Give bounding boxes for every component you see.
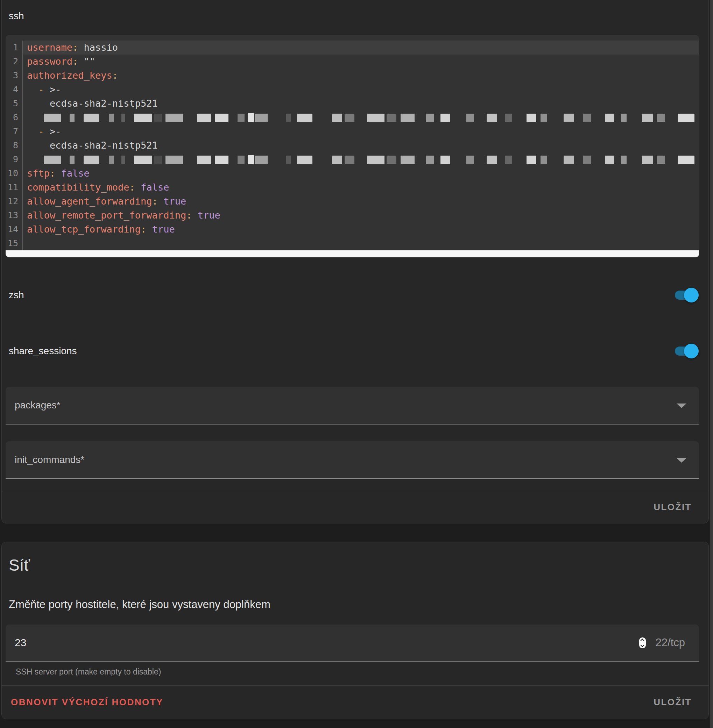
share-sessions-row: share_sessions xyxy=(2,330,709,372)
code-line: 12allow_agent_forwarding: true xyxy=(6,194,699,208)
chevron-down-icon xyxy=(677,403,686,408)
redacted-ssh-key xyxy=(44,113,699,122)
share-sessions-toggle[interactable] xyxy=(675,347,698,356)
line-number: 15 xyxy=(6,237,23,250)
code-content: allow_remote_port_forwarding: true xyxy=(23,208,699,222)
line-number: 13 xyxy=(6,208,23,222)
save-button[interactable]: ULOŽIT xyxy=(653,697,692,708)
line-number: 8 xyxy=(6,138,23,152)
packages-dropdown-label: packages* xyxy=(6,400,61,411)
line-number: 12 xyxy=(6,194,23,208)
code-line: 10sftp: false xyxy=(6,167,699,180)
init-commands-dropdown[interactable]: init_commands* xyxy=(6,441,699,479)
code-line: 8 ecdsa-sha2-nistp521 xyxy=(6,138,699,152)
code-content: allow_agent_forwarding: true xyxy=(23,194,699,208)
code-content: allow_tcp_forwarding: true xyxy=(23,222,699,237)
number-stepper-icon[interactable] xyxy=(639,637,646,648)
zsh-label: zsh xyxy=(9,290,24,301)
reset-defaults-button[interactable]: OBNOVIT VÝCHOZÍ HODNOTY xyxy=(11,697,163,708)
ssh-port-input[interactable] xyxy=(6,637,110,649)
code-line: 4 - >- xyxy=(6,82,699,97)
toggle-thumb xyxy=(684,344,699,359)
code-content: authorized_keys: xyxy=(23,68,699,82)
zsh-row: zsh xyxy=(2,274,709,316)
share-sessions-label: share_sessions xyxy=(9,345,77,357)
network-description: Změňte porty hostitele, které jsou vysta… xyxy=(9,598,709,611)
code-line: 2password: "" xyxy=(6,55,699,68)
code-line: 7 - >- xyxy=(6,125,699,138)
code-content: sftp: false xyxy=(23,167,699,180)
line-number: 6 xyxy=(6,110,23,125)
toggle-thumb xyxy=(684,288,699,302)
network-title: Síť xyxy=(2,542,709,575)
code-content: - >- xyxy=(23,82,699,97)
line-number: 2 xyxy=(6,55,23,68)
container-port-label: 22/tcp xyxy=(656,636,685,649)
packages-dropdown[interactable]: packages* xyxy=(6,387,699,424)
config-card-footer: ULOŽIT xyxy=(2,491,709,523)
ssh-port-helper-text: SSH server port (make empty to disable) xyxy=(16,667,709,676)
code-line: 14allow_tcp_forwarding: true xyxy=(6,222,699,237)
code-line: 1username: hassio xyxy=(6,40,699,55)
code-line: 11compatibility_mode: false xyxy=(6,180,699,194)
line-number: 10 xyxy=(6,167,23,180)
code-content xyxy=(23,237,699,250)
code-line: 9 xyxy=(6,152,699,167)
code-line: 13allow_remote_port_forwarding: true xyxy=(6,208,699,222)
yaml-editor-lines: 1username: hassio2password: ""3authorize… xyxy=(6,35,699,250)
line-number: 4 xyxy=(6,82,23,97)
line-number: 3 xyxy=(6,68,23,82)
chevron-down-icon xyxy=(677,458,686,463)
ssh-port-field: 22/tcp xyxy=(6,624,699,662)
code-content: password: "" xyxy=(23,55,699,68)
code-content: ecdsa-sha2-nistp521 xyxy=(23,97,699,110)
code-content: ecdsa-sha2-nistp521 xyxy=(23,138,699,152)
save-button[interactable]: ULOŽIT xyxy=(653,502,692,513)
network-card: Síť Změňte porty hostitele, které jsou v… xyxy=(1,542,709,719)
page-scrollbar-thumb[interactable] xyxy=(710,0,713,728)
code-line: 6 xyxy=(6,110,699,125)
line-number: 7 xyxy=(6,125,23,138)
code-line: 15 xyxy=(6,237,699,250)
ssh-option-label: ssh xyxy=(2,0,709,22)
editor-horizontal-scrollbar[interactable] xyxy=(6,250,699,258)
config-card: ssh 1username: hassio2password: ""3autho… xyxy=(1,0,709,523)
redacted-ssh-key xyxy=(44,155,699,164)
page-scrollbar[interactable] xyxy=(710,0,713,728)
line-number: 11 xyxy=(6,180,23,194)
code-line: 5 ecdsa-sha2-nistp521 xyxy=(6,97,699,110)
chevron-up-icon xyxy=(640,639,644,642)
init-commands-dropdown-label: init_commands* xyxy=(6,454,84,465)
line-number: 14 xyxy=(6,222,23,237)
port-field-right: 22/tcp xyxy=(639,636,699,649)
network-card-footer: OBNOVIT VÝCHOZÍ HODNOTY ULOŽIT xyxy=(2,685,709,719)
zsh-toggle[interactable] xyxy=(675,290,698,300)
line-number: 5 xyxy=(6,97,23,110)
line-number: 9 xyxy=(6,152,23,167)
code-content: username: hassio xyxy=(23,40,699,55)
addon-config-screen: ssh 1username: hassio2password: ""3autho… xyxy=(0,0,713,728)
redacted-code xyxy=(23,110,699,125)
code-content: compatibility_mode: false xyxy=(23,180,699,194)
code-content: - >- xyxy=(23,125,699,138)
yaml-editor[interactable]: 1username: hassio2password: ""3authorize… xyxy=(6,35,699,258)
line-number: 1 xyxy=(6,40,23,55)
chevron-down-icon xyxy=(640,643,644,647)
code-line: 3authorized_keys: xyxy=(6,68,699,82)
redacted-code xyxy=(23,152,699,167)
